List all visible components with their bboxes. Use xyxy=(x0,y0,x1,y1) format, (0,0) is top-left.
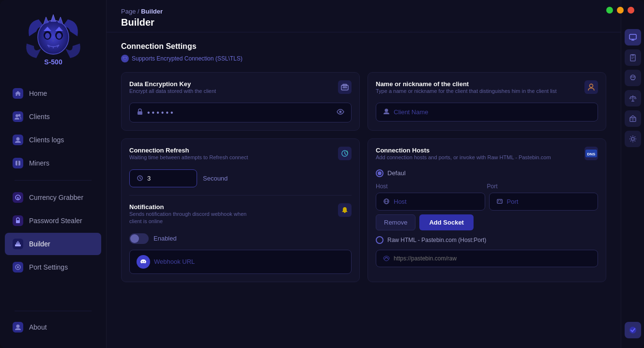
maximize-button[interactable] xyxy=(617,7,624,14)
dns-icon: DNS xyxy=(584,147,598,160)
connection-refresh-title-area: Connection Refresh Waiting time between … xyxy=(129,147,248,167)
port-input[interactable] xyxy=(507,198,591,205)
right-icon-monitor[interactable] xyxy=(625,29,641,45)
sidebar-item-currency-grabber[interactable]: $ Currency Grabber xyxy=(5,186,101,209)
client-name-input[interactable] xyxy=(394,108,591,116)
connection-settings-title: Connection Settings xyxy=(121,42,606,51)
svg-point-25 xyxy=(344,87,346,89)
refresh-input-field[interactable] xyxy=(129,169,197,187)
svg-point-10 xyxy=(16,137,20,141)
sidebar-item-about[interactable]: About xyxy=(5,316,101,338)
right-icon-clipboard[interactable] xyxy=(625,49,641,66)
svg-point-0 xyxy=(38,20,69,54)
nav-items: Home Clients Clients logs Miners $ Cur xyxy=(0,82,106,278)
host-header: Host xyxy=(376,183,487,190)
main-content: Page / Builder Builder Connection Settin… xyxy=(107,0,621,348)
right-icon-gear[interactable] xyxy=(625,131,641,147)
home-icon xyxy=(13,88,23,99)
host-port-inputs xyxy=(376,193,598,211)
default-radio-row: Defaul xyxy=(376,169,598,177)
notification-toggle[interactable] xyxy=(129,233,149,244)
content-area: Connection Settings 🛡 Supports Encrypted… xyxy=(107,32,621,348)
connection-hosts-title: Connection Hosts xyxy=(376,147,551,154)
webhook-url-input[interactable] xyxy=(154,258,344,265)
remove-button[interactable]: Remove xyxy=(376,214,415,230)
svg-point-20 xyxy=(17,266,19,268)
connection-refresh-icon xyxy=(338,147,352,160)
refresh-value-input[interactable] xyxy=(147,175,167,182)
svg-point-24 xyxy=(343,87,344,89)
host-input-field[interactable] xyxy=(376,193,485,211)
host-input[interactable] xyxy=(394,198,478,205)
default-radio-label: Defaul xyxy=(387,169,406,177)
builder-icon xyxy=(13,239,23,249)
svg-point-35 xyxy=(144,261,145,262)
default-radio[interactable] xyxy=(376,169,383,177)
webhook-url-field[interactable] xyxy=(129,250,352,274)
sidebar-item-password-stealer[interactable]: Password Stealer xyxy=(5,210,101,232)
close-button[interactable] xyxy=(628,7,634,14)
client-name-header: Name or nickname of the client Type a na… xyxy=(376,80,598,101)
nav-divider-2 xyxy=(15,311,92,311)
connection-refresh-subtitle: Waiting time between attempts to Refresh… xyxy=(129,154,248,161)
notification-subtitle: Sends notification through discord webho… xyxy=(129,211,250,226)
sidebar-item-home-label: Home xyxy=(29,90,47,97)
connection-refresh-card: Connection Refresh Waiting time between … xyxy=(121,138,360,282)
pastebin-input-field[interactable] xyxy=(376,250,598,267)
sidebar-item-clients-logs-label: Clients logs xyxy=(29,136,64,144)
svg-text:S-500: S-500 xyxy=(44,58,62,66)
sidebar-item-builder[interactable]: Builder xyxy=(5,233,101,255)
connection-hosts-subtitle: Add connection hosts and ports, or invok… xyxy=(376,154,551,161)
sidebar-item-port-settings[interactable]: Port Settings xyxy=(5,256,101,278)
svg-point-6 xyxy=(57,33,61,39)
right-icon-skull[interactable] xyxy=(625,70,641,86)
breadcrumb-page: Page / xyxy=(121,8,139,15)
add-socket-button[interactable]: Add Socket xyxy=(419,214,474,230)
sidebar-item-port-settings-label: Port Settings xyxy=(29,263,68,271)
currency-grabber-icon: $ xyxy=(13,192,23,203)
notification-title: Notification xyxy=(129,203,250,211)
svg-rect-27 xyxy=(138,111,142,115)
right-icon-box[interactable] xyxy=(625,110,641,127)
svg-rect-18 xyxy=(17,241,19,242)
svg-point-26 xyxy=(346,87,347,89)
toggle-label: Enabled xyxy=(153,235,177,242)
minimize-button[interactable] xyxy=(606,7,613,14)
right-icon-check[interactable] xyxy=(625,322,641,338)
port-header: Port xyxy=(487,183,598,190)
client-name-input-field[interactable] xyxy=(376,103,598,121)
lock-icon xyxy=(137,108,143,117)
sidebar-item-miners[interactable]: Miners xyxy=(5,152,101,174)
clients-logs-icon xyxy=(13,135,23,145)
port-input-field[interactable] xyxy=(489,193,598,211)
top-bar: Page / Builder Builder xyxy=(107,0,621,32)
nav-bottom: About xyxy=(0,306,106,348)
sidebar-item-clients[interactable]: Clients xyxy=(5,106,101,128)
port-settings-icon xyxy=(13,262,23,272)
sidebar-item-clients-logs[interactable]: Clients logs xyxy=(5,129,101,151)
svg-point-5 xyxy=(45,33,50,39)
svg-rect-15 xyxy=(16,220,20,223)
svg-rect-48 xyxy=(631,54,634,56)
eye-icon[interactable] xyxy=(337,108,344,117)
pastebin-input[interactable] xyxy=(394,255,591,262)
sidebar-item-about-label: About xyxy=(29,323,47,331)
client-name-title-area: Name or nickname of the client Type a na… xyxy=(376,80,557,101)
nav-divider-1 xyxy=(15,180,92,181)
connection-hosts-card: Connection Hosts Add connection hosts an… xyxy=(368,138,606,282)
notification-icon xyxy=(338,203,352,217)
right-icon-scales[interactable] xyxy=(625,90,641,106)
encryption-key-card: Data Encryption Key Encrypt all data sto… xyxy=(121,72,360,131)
encryption-key-input-field[interactable]: •••••• xyxy=(129,103,352,122)
breadcrumb-current: Builder xyxy=(141,8,163,15)
cards-row-2: Connection Refresh Waiting time between … xyxy=(121,138,606,282)
sidebar-item-password-stealer-label: Password Stealer xyxy=(29,217,82,225)
notification-title-area: Notification Sends notification through … xyxy=(129,203,250,231)
toggle-row: Enabled xyxy=(129,233,352,244)
svg-point-34 xyxy=(142,261,143,262)
sidebar-item-home[interactable]: Home xyxy=(5,82,101,105)
client-name-icon xyxy=(584,80,598,94)
encryption-key-icon xyxy=(338,80,352,94)
raw-html-radio[interactable] xyxy=(376,236,383,244)
notification-section: Notification Sends notification through … xyxy=(129,195,352,274)
